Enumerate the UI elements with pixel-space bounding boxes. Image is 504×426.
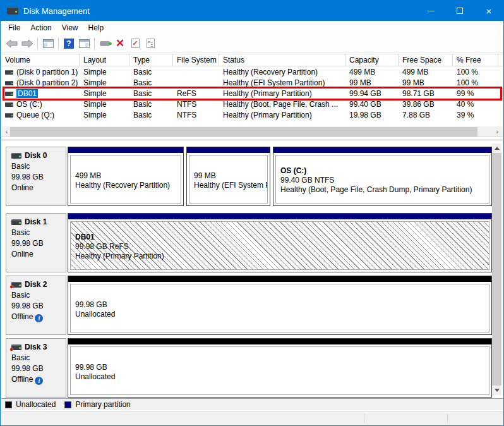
partition-status: Unallocated <box>75 372 489 382</box>
horizontal-scrollbar-thumb[interactable] <box>10 127 477 137</box>
partition-unallocated-disk3[interactable]: 99.98 GB Unallocated <box>68 338 492 398</box>
menu-help[interactable]: Help <box>83 21 109 34</box>
show-action-pane-icon <box>79 39 90 48</box>
menu-file[interactable]: File <box>3 21 25 34</box>
cell-pct-free: 100 % <box>453 78 498 87</box>
menu-view[interactable]: View <box>57 21 83 34</box>
table-row-disk0-partition1[interactable]: (Disk 0 partition 1) Simple Basic Health… <box>1 66 503 77</box>
cell-pct-free: 39 % <box>453 111 498 119</box>
partition-size: 99.98 GB <box>75 363 489 372</box>
volume-icon <box>5 113 13 118</box>
cell-capacity: 99.40 GB <box>345 100 399 109</box>
cell-free-space: 39.86 GB <box>399 100 453 109</box>
scroll-right-arrow-icon[interactable]: › <box>492 126 503 137</box>
pointer-tool-button[interactable] <box>97 36 112 51</box>
volume-name: (Disk 0 partition 2) <box>16 78 78 87</box>
minimize-button[interactable] <box>416 1 445 21</box>
table-row-disk0-partition2[interactable]: (Disk 0 partition 2) Simple Basic Health… <box>1 77 503 88</box>
toolbar-separator <box>58 38 59 49</box>
column-header-capacity[interactable]: Capacity <box>345 54 399 66</box>
disk-2-info-panel[interactable]: Disk 2 Basic 99.98 GB Offlinei <box>6 276 66 335</box>
unallocated-swatch <box>5 401 12 408</box>
disk-graphical-pane: Disk 0 Basic 99.98 GB Online 499 MB Heal… <box>1 140 503 398</box>
column-header-pct-free[interactable]: % Free <box>453 54 498 66</box>
column-header-free-space[interactable]: Free Space <box>399 54 453 66</box>
help-button[interactable]: ? <box>61 36 76 51</box>
disk-type: Basic <box>11 353 63 362</box>
disk-size: 99.98 GB <box>11 173 63 181</box>
cell-file-system: NTFS <box>173 100 219 109</box>
partition-status: Healthy (Boot, Page File, Crash Dump, Pr… <box>280 185 489 195</box>
partition-status: Unallocated <box>75 310 489 319</box>
table-row-os-c[interactable]: OS (C:) Simple Basic NTFS Healthy (Boot,… <box>1 99 503 109</box>
window-title: Disk Management <box>23 6 90 16</box>
partition-efi[interactable]: 99 MB Healthy (EFI System Pa <box>186 147 270 206</box>
cell-free-space: 7.88 GB <box>399 111 453 119</box>
scroll-down-arrow-icon[interactable] <box>492 386 501 395</box>
help-topics-button[interactable] <box>143 36 158 51</box>
table-row-queue-q[interactable]: Queue (Q:) Simple Basic NTFS Healthy (Pr… <box>1 109 503 120</box>
cell-capacity: 99 MB <box>345 78 399 87</box>
disk-0-row: Disk 0 Basic 99.98 GB Online 499 MB Heal… <box>6 147 492 206</box>
partition-db01[interactable]: DB01 99.98 GB ReFS Healthy (Primary Part… <box>68 213 492 272</box>
disk-0-info-panel[interactable]: Disk 0 Basic 99.98 GB Online <box>6 147 66 206</box>
partition-color-bar <box>273 147 491 153</box>
delete-volume-icon: ✕ <box>116 38 124 49</box>
cell-layout: Simple <box>80 111 129 119</box>
menu-action[interactable]: Action <box>25 21 56 34</box>
partition-os-c[interactable]: OS (C:) 99.40 GB NTFS Healthy (Boot, Pag… <box>273 147 492 206</box>
partition-size: 499 MB <box>75 171 181 181</box>
info-icon[interactable]: i <box>35 377 43 385</box>
partition-status: Healthy (Recovery Partition) <box>75 181 181 190</box>
volume-name: Queue (Q:) <box>16 111 54 119</box>
vertical-scrollbar[interactable] <box>492 143 501 395</box>
partition-label: DB01 <box>75 233 489 242</box>
close-button[interactable]: × <box>474 1 503 21</box>
column-header-volume[interactable]: Volume <box>1 54 80 66</box>
table-row-db01-selected[interactable]: DB01 Simple Basic ReFS Healthy (Primary … <box>1 88 503 99</box>
partition-recovery[interactable]: 499 MB Healthy (Recovery Partition) <box>68 147 184 206</box>
info-icon[interactable]: i <box>35 314 43 322</box>
legend-item-primary-partition: Primary partition <box>64 400 130 409</box>
column-header-status[interactable]: Status <box>219 54 345 66</box>
show-action-pane-button[interactable] <box>76 36 92 51</box>
scroll-up-arrow-icon[interactable] <box>492 143 501 153</box>
disk-name: Disk 3 <box>25 343 47 351</box>
disk-state: Online <box>11 250 63 259</box>
disk-error-icon <box>11 344 21 350</box>
partition-status: Healthy (EFI System Pa <box>194 181 267 190</box>
maximize-button[interactable] <box>445 1 474 21</box>
disk-name: Disk 0 <box>25 151 47 160</box>
minimize-icon <box>428 11 435 11</box>
back-button[interactable] <box>4 36 20 51</box>
volume-list-header: Volume Layout Type File System Status Ca… <box>1 54 503 66</box>
menu-bar: File Action View Help <box>1 21 503 35</box>
column-header-layout[interactable]: Layout <box>80 54 129 66</box>
toolbar-separator <box>94 38 95 49</box>
cell-file-system: NTFS <box>173 111 219 119</box>
close-icon: × <box>486 6 492 16</box>
partition-size: 99 MB <box>194 171 267 181</box>
disk-size: 99.98 GB <box>11 239 63 248</box>
volume-icon <box>5 70 13 75</box>
help-icon: ? <box>64 39 74 49</box>
pointer-tool-icon <box>100 41 110 46</box>
cell-capacity: 499 MB <box>345 68 399 76</box>
partition-unallocated-disk2[interactable]: 99.98 GB Unallocated <box>68 276 492 335</box>
forward-button[interactable] <box>20 36 35 51</box>
disk-3-info-panel[interactable]: Disk 3 Basic 99.98 GB Offlinei <box>6 338 66 398</box>
disk-icon <box>11 219 21 225</box>
cell-status: Healthy (Primary Partition) <box>219 89 345 98</box>
title-bar: Disk Management × <box>1 1 503 21</box>
cell-layout: Simple <box>80 78 129 87</box>
cell-pct-free: 99 % <box>453 89 498 98</box>
properties-button[interactable]: ✓ <box>128 36 143 51</box>
show-console-tree-button[interactable] <box>40 36 56 51</box>
disk-size: 99.98 GB <box>11 364 63 373</box>
cell-status: Healthy (Primary Partition) <box>219 111 345 119</box>
column-header-file-system[interactable]: File System <box>173 54 219 66</box>
column-header-type[interactable]: Type <box>129 54 173 66</box>
delete-volume-button[interactable]: ✕ <box>112 36 128 51</box>
horizontal-scrollbar[interactable]: ‹ › <box>1 126 503 137</box>
disk-1-info-panel[interactable]: Disk 1 Basic 99.98 GB Online <box>6 213 66 272</box>
